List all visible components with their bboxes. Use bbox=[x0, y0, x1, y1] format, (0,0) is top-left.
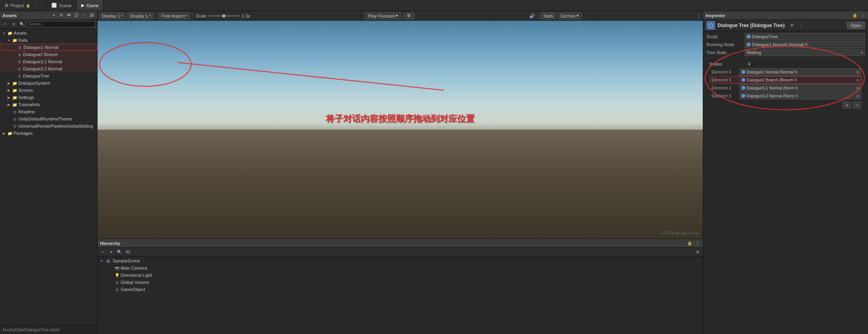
tab-project[interactable]: ⊞ Project 🔒 ⋮ bbox=[0, 0, 47, 11]
element-0-circle bbox=[741, 70, 745, 74]
display-dropdown[interactable]: Display 1 ▾ bbox=[127, 12, 153, 19]
settings-play-btn[interactable]: ⚙ bbox=[403, 12, 414, 19]
hierarchy-add-btn[interactable]: + bbox=[99, 249, 106, 256]
hierarchy-more-icon[interactable]: ⋮ bbox=[694, 240, 700, 247]
tree-item-dialogue31[interactable]: ⊙ Dialogue3-1 Normal bbox=[0, 58, 97, 65]
play-focused-btn[interactable]: Play Focused ▾ bbox=[365, 12, 402, 19]
audio-icon[interactable]: 🔊 bbox=[529, 13, 535, 19]
proj-add-btn[interactable]: + bbox=[2, 21, 9, 28]
inspector-more-icon[interactable]: ⋮ bbox=[859, 12, 866, 19]
inspector-title-bar: ⬡ Dialogue Tree (Dialogue Tree) ⚙ ⋮ Open bbox=[703, 20, 868, 31]
tree-item-packages[interactable]: ▶ 📁 Packages bbox=[0, 130, 97, 137]
nodes-count: 4 bbox=[748, 62, 750, 66]
hierarchy-maincamera[interactable]: 📷 Main Camera bbox=[98, 264, 703, 272]
element-1-value: Dialogue2 Branch (Branch © bbox=[747, 78, 797, 82]
inspector-nodes-section: Nodes 4 Element 0 Dialogue1 Normal (Norm… bbox=[703, 58, 868, 112]
inspector-settings-icon[interactable]: ⚙ bbox=[789, 22, 795, 29]
aspect-dropdown[interactable]: Free Aspect ▾ bbox=[159, 12, 191, 19]
main-layout: Assets + ↻ 👁 ⓘ ⋮ 16 + ▾ 🔍 ▾ 📁 Assets bbox=[0, 11, 868, 334]
tab-scene[interactable]: ⬜ Scene bbox=[47, 0, 76, 11]
tree-item-tutorialinfo[interactable]: ▶ 📁 TutorialInfo bbox=[0, 101, 97, 108]
element-1-circle-btn[interactable]: ⊙ bbox=[856, 78, 859, 82]
element-1-circle bbox=[741, 78, 745, 82]
tree-item-dialogue2[interactable]: ⊙ Dialogue2 Branch bbox=[0, 51, 97, 58]
project-tab-more[interactable]: ⋮ bbox=[32, 3, 41, 8]
nodes-remove-btn[interactable]: − bbox=[853, 101, 862, 109]
dialoguesystem-label: DialogueSystem bbox=[18, 81, 50, 85]
nodes-add-btn[interactable]: + bbox=[843, 101, 851, 109]
element-0-value: Dialogue1 Normal (Normal © bbox=[747, 70, 798, 74]
hierarchy-samplescene[interactable]: ▾ ⊞ SampleScene ⋮ bbox=[98, 257, 703, 264]
tree-item-dialoguetree[interactable]: ⊙ DialogueTree bbox=[0, 72, 97, 80]
samplescene-more[interactable]: ⋮ bbox=[695, 258, 701, 264]
element-0-circle-btn[interactable]: ⊙ bbox=[856, 70, 859, 74]
tree-item-unitytheme[interactable]: ⊙ UnityDefaultRuntimeTheme bbox=[0, 115, 97, 122]
toolbar-more-icon[interactable]: ⋮ bbox=[696, 13, 701, 19]
tree-item-dialogue1[interactable]: ⊙ Dialogue1 Normal bbox=[0, 44, 97, 51]
script-label: Script bbox=[706, 34, 742, 39]
stats-btn[interactable]: Stats bbox=[540, 12, 556, 19]
project-info-icon[interactable]: ⓘ bbox=[73, 12, 80, 19]
gizmos-btn[interactable]: Gizmos ▾ bbox=[558, 12, 582, 19]
project-tree: ▾ 📁 Assets ▾ 📁 Data ⊙ Dialogue1 Normal ⊙… bbox=[0, 29, 97, 325]
game-label-dropdown[interactable]: Display 1 ▾ bbox=[99, 12, 125, 19]
assets-label: Assets bbox=[14, 31, 27, 35]
project-more-icon[interactable]: ⋮ bbox=[81, 12, 87, 19]
data-label: Data bbox=[18, 38, 27, 43]
inspector-open-button[interactable]: Open bbox=[847, 22, 865, 29]
scale-slider-track bbox=[208, 15, 240, 17]
inspector-more2-icon[interactable]: ⋮ bbox=[798, 22, 804, 29]
hierarchy-gameobject[interactable]: ⊙ GameObject bbox=[98, 286, 703, 293]
proj-search-btn[interactable]: 🔍 bbox=[18, 21, 25, 28]
tree-item-dialogue32[interactable]: ⊙ Dialogue3-2 Normal bbox=[0, 65, 97, 72]
tutorialinfo-label: TutorialInfo bbox=[18, 102, 40, 107]
light-icon: 💡 bbox=[114, 272, 120, 278]
hierarchy-search-btn[interactable]: 🔍 bbox=[116, 249, 123, 256]
inspector-go-icon: ⬡ bbox=[706, 21, 715, 30]
element-2-circle-btn[interactable]: ⊙ bbox=[856, 86, 859, 90]
samplescene-arrow: ▾ bbox=[99, 258, 104, 263]
tree-item-data[interactable]: ▾ 📁 Data bbox=[0, 37, 97, 44]
middle-panel: Display 1 ▾ Display 1 ▾ Free Aspect ▾ Sc… bbox=[98, 11, 703, 334]
scale-slider[interactable] bbox=[208, 14, 240, 17]
element-2-value-box: Dialogue3-1 Normal (Norm © ⊙ bbox=[739, 84, 861, 91]
hierarchy-globalvolume[interactable]: ⊙ Global Volume bbox=[98, 279, 703, 286]
hierarchy-all-label: All bbox=[124, 250, 132, 254]
node-row-1: Element 1 Dialogue2 Branch (Branch © ⊙ bbox=[710, 76, 862, 84]
hierarchy-arrow-btn[interactable]: ▾ bbox=[108, 249, 115, 256]
scenes-folder-icon: 📁 bbox=[12, 87, 18, 93]
node-row-2: Element 2 Dialogue3-1 Normal (Norm © ⊙ bbox=[710, 84, 862, 92]
project-sync-icon[interactable]: ↻ bbox=[58, 12, 65, 19]
tab-game[interactable]: ▶ Game bbox=[76, 0, 104, 11]
hierarchy-lock-icon[interactable]: 🔒 bbox=[686, 240, 693, 247]
tree-item-settings[interactable]: ▶ 📁 Settings bbox=[0, 94, 97, 101]
tutorial-arrow: ▶ bbox=[6, 102, 11, 107]
assets-folder-icon: 📁 bbox=[7, 30, 13, 36]
inspector-lock-icon[interactable]: 🔒 bbox=[852, 12, 858, 19]
gizmos-arrow: ▾ bbox=[577, 13, 579, 18]
readme-icon: ⊙ bbox=[12, 109, 18, 115]
tree-item-readme[interactable]: ⊙ Readme bbox=[0, 108, 97, 115]
d2-arrow bbox=[11, 52, 16, 57]
hierarchy-header: Hierarchy 🔒 ⋮ bbox=[98, 239, 703, 248]
d32-icon: ⊙ bbox=[17, 66, 22, 72]
element-3-circle-btn[interactable]: ⊙ bbox=[856, 94, 859, 98]
tree-state-value-box[interactable]: Waiting ▾ bbox=[745, 49, 865, 56]
running-node-value-box: Dialogue1 Normal (Normal © bbox=[745, 41, 865, 48]
dialogue2-label: Dialogue2 Branch bbox=[23, 52, 58, 57]
tree-item-urp[interactable]: ⊙ UniversalRenderPipelineGlobalSetting bbox=[0, 122, 97, 130]
scale-value: 1.3x bbox=[242, 14, 250, 18]
project-search-input[interactable] bbox=[27, 21, 96, 27]
game-view: 将子对话内容按照顺序拖动到对应位置 CSDN @Jay-Code bbox=[98, 21, 703, 239]
proj-arrow-btn[interactable]: ▾ bbox=[10, 21, 17, 28]
inspector-object-name: Dialogue Tree (Dialogue Tree) bbox=[717, 23, 785, 28]
project-add-icon[interactable]: + bbox=[51, 12, 57, 19]
hierarchy-directionallight[interactable]: 💡 Directional Light bbox=[98, 272, 703, 279]
tree-item-scenes[interactable]: ▶ 📁 Scenes bbox=[0, 87, 97, 94]
tree-item-dialoguesystem[interactable]: ▶ 📁 DialogueSystem bbox=[0, 80, 97, 87]
nodes-header-row: Nodes 4 bbox=[706, 60, 865, 68]
project-eye-icon[interactable]: 👁 bbox=[66, 12, 72, 19]
readme-label: Readme bbox=[18, 109, 35, 114]
tree-item-assets[interactable]: ▾ 📁 Assets bbox=[0, 29, 97, 37]
hierarchy-refresh-btn[interactable]: ⊕ bbox=[694, 249, 701, 256]
